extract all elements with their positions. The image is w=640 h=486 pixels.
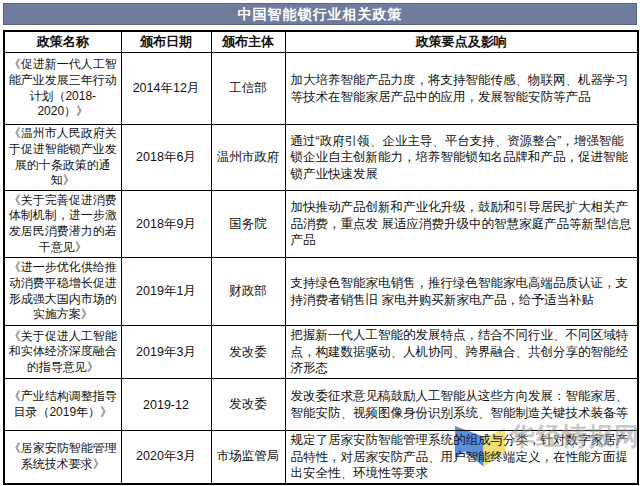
column-header-points: 政策要点及影响 bbox=[285, 31, 638, 53]
policy-name-cell: 《关于促进人工智能和实体经济深度融合的指导意见》 bbox=[4, 326, 121, 379]
column-header-name: 政策名称 bbox=[4, 31, 121, 53]
policy-name-cell: 《进一步优化供给推动消费平稳增长促进形成强大国内市场的实施方案》 bbox=[4, 258, 121, 326]
policy-issuer-cell: 市场监管局 bbox=[211, 431, 285, 484]
table-row: 《关于完善促进消费体制机制，进一步激发居民消费潜力的若干意见》 2018年9月 … bbox=[4, 191, 638, 258]
policy-issuer-cell: 温州市政府 bbox=[211, 125, 285, 191]
table-row: 《促进新一代人工智能产业发展三年行动计划（2018-2020）》 2014年12… bbox=[4, 53, 638, 125]
policy-name-cell: 《促进新一代人工智能产业发展三年行动计划（2018-2020）》 bbox=[4, 53, 121, 125]
policy-issuer-cell: 财政部 bbox=[211, 258, 285, 326]
column-header-issuer: 颁布主体 bbox=[211, 31, 285, 53]
policy-table: 政策名称 颁布日期 颁布主体 政策要点及影响 《促进新一代人工智能产业发展三年行… bbox=[3, 30, 639, 485]
table-row: 《进一步优化供给推动消费平稳增长促进形成强大国内市场的实施方案》 2019年1月… bbox=[4, 258, 638, 326]
policy-date-cell: 2014年12月 bbox=[121, 53, 211, 125]
policy-name-cell: 《关于完善促进消费体制机制，进一步激发居民消费潜力的若干意见》 bbox=[4, 191, 121, 258]
policy-date-cell: 2020年3月 bbox=[121, 431, 211, 484]
policy-date-cell: 2018年9月 bbox=[121, 191, 211, 258]
header-row: 政策名称 颁布日期 颁布主体 政策要点及影响 bbox=[4, 31, 638, 53]
column-header-date: 颁布日期 bbox=[121, 31, 211, 53]
watermark-text: 华经情报网 bbox=[510, 420, 640, 453]
policy-date-cell: 2018年6月 bbox=[121, 125, 211, 191]
policy-date-cell: 2019-12 bbox=[121, 379, 211, 431]
policy-points-cell: 加快推动产品创新和产业化升级，鼓励和引导居民扩大相关产品消费，重点发 展适应消费… bbox=[285, 191, 638, 258]
policy-date-cell: 2019年1月 bbox=[121, 258, 211, 326]
table-row: 《温州市人民政府关于促进智能锁产业发展的十条政策的通知》 2018年6月 温州市… bbox=[4, 125, 638, 191]
policy-points-cell: 支持绿色智能家电销售，推行绿色智能家电高端品质认证，支持消费者销售旧 家电并购买… bbox=[285, 258, 638, 326]
policy-points-cell: 把握新一代人工智能的发展特点，结合不同行业、不同区域特点，构建数据驱动、人机协同… bbox=[285, 326, 638, 379]
policy-table-page: 中国智能锁行业相关政策 政策名称 颁布日期 颁布主体 政策要点及影响 《促进新一… bbox=[0, 0, 640, 486]
policy-issuer-cell: 工信部 bbox=[211, 53, 285, 125]
policy-points-cell: 通过“政府引领、企业主导、平台支持、资源整合”，增强智能锁企业自主创新能力，培养… bbox=[285, 125, 638, 191]
policy-issuer-cell: 发改委 bbox=[211, 326, 285, 379]
policy-date-cell: 2019年3月 bbox=[121, 326, 211, 379]
policy-points-cell: 加大培养智能产品力度，将支持智能传感、物联网、机器学习等技术在智能家居产品中的应… bbox=[285, 53, 638, 125]
table-row: 《关于促进人工智能和实体经济深度融合的指导意见》 2019年3月 发改委 把握新… bbox=[4, 326, 638, 379]
policy-issuer-cell: 国务院 bbox=[211, 191, 285, 258]
policy-name-cell: 《温州市人民政府关于促进智能锁产业发展的十条政策的通知》 bbox=[4, 125, 121, 191]
page-title: 中国智能锁行业相关政策 bbox=[3, 3, 637, 25]
policy-name-cell: 《居家安防智能管理系统技术要求》 bbox=[4, 431, 121, 484]
policy-issuer-cell: 发改委 bbox=[211, 379, 285, 431]
policy-name-cell: 《产业结构调整指导目录（2019年）》 bbox=[4, 379, 121, 431]
